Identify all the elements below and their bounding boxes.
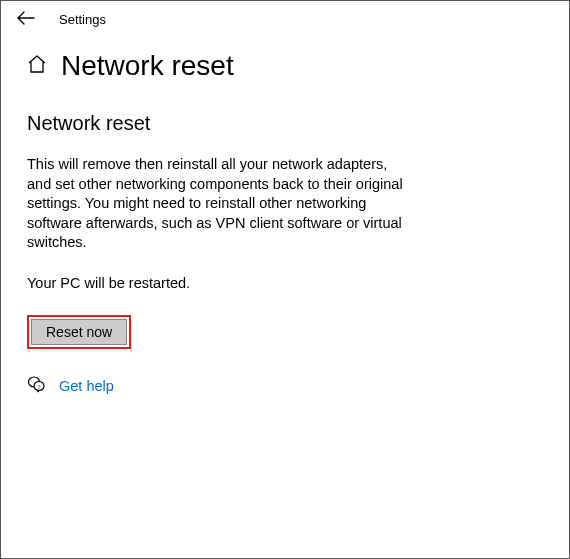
- page-title: Network reset: [61, 50, 234, 82]
- reset-button-highlight: Reset now: [27, 315, 131, 349]
- help-row: ? Get help: [27, 375, 415, 397]
- section-heading: Network reset: [27, 112, 415, 135]
- restart-note: Your PC will be restarted.: [27, 275, 415, 291]
- description-text: This will remove then reinstall all your…: [27, 155, 415, 253]
- home-icon[interactable]: [27, 54, 47, 78]
- get-help-icon[interactable]: ?: [27, 375, 45, 397]
- reset-now-button[interactable]: Reset now: [31, 319, 127, 345]
- back-arrow-icon[interactable]: [17, 9, 35, 30]
- content-area: Network reset This will remove then rein…: [1, 102, 441, 407]
- get-help-link[interactable]: Get help: [59, 378, 114, 394]
- page-header: Network reset: [1, 38, 569, 102]
- svg-text:?: ?: [37, 382, 40, 390]
- title-bar: Settings: [1, 1, 569, 38]
- app-title: Settings: [59, 12, 106, 27]
